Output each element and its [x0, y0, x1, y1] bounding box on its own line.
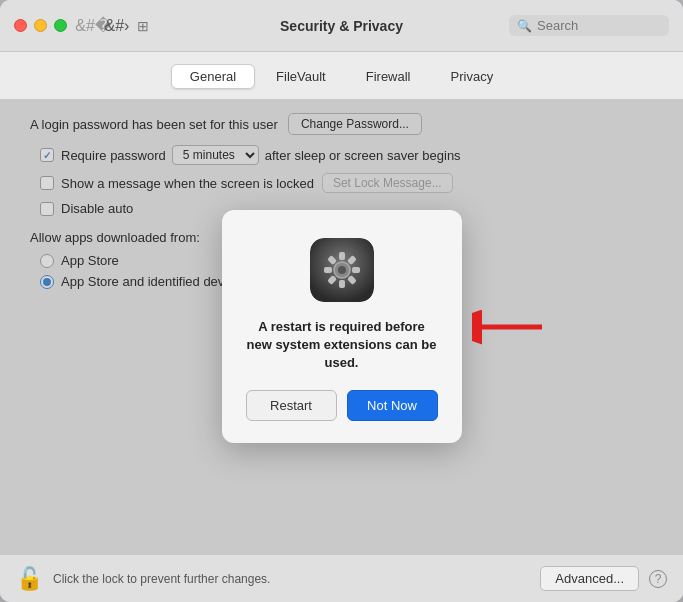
content-area: A login password has been set for this u…	[0, 99, 683, 554]
svg-point-2	[338, 266, 346, 274]
tabbar: General FileVault Firewall Privacy	[0, 52, 683, 99]
back-arrow[interactable]: &#�	[83, 16, 103, 36]
restart-button[interactable]: Restart	[246, 390, 337, 421]
forward-arrow[interactable]: &#›	[107, 16, 127, 36]
footer: 🔓 Click the lock to prevent further chan…	[0, 554, 683, 602]
traffic-lights	[14, 19, 67, 32]
advanced-button[interactable]: Advanced...	[540, 566, 639, 591]
lock-icon[interactable]: 🔓	[16, 566, 43, 592]
red-arrow	[472, 309, 552, 345]
modal-buttons: Restart Not Now	[246, 390, 438, 421]
tab-filevault[interactable]: FileVault	[257, 64, 345, 89]
main-window: &#� &#› ⊞ Security & Privacy 🔍 General F…	[0, 0, 683, 602]
titlebar: &#� &#› ⊞ Security & Privacy 🔍	[0, 0, 683, 52]
modal-overlay: A restart is required before new system …	[0, 99, 683, 554]
not-now-button[interactable]: Not Now	[347, 390, 438, 421]
footer-lock-text: Click the lock to prevent further change…	[53, 572, 540, 586]
maximize-button[interactable]	[54, 19, 67, 32]
system-preferences-icon	[310, 238, 374, 302]
nav-arrows: &#� &#›	[83, 16, 127, 36]
modal-wrapper: A restart is required before new system …	[222, 210, 462, 444]
search-icon: 🔍	[517, 19, 532, 33]
search-box[interactable]: 🔍	[509, 15, 669, 36]
svg-rect-3	[339, 252, 345, 260]
restart-modal: A restart is required before new system …	[222, 210, 462, 444]
grid-icon[interactable]: ⊞	[137, 18, 149, 34]
tab-firewall[interactable]: Firewall	[347, 64, 430, 89]
minimize-button[interactable]	[34, 19, 47, 32]
close-button[interactable]	[14, 19, 27, 32]
svg-rect-7	[339, 280, 345, 288]
window-title: Security & Privacy	[280, 18, 403, 34]
tab-general[interactable]: General	[171, 64, 255, 89]
help-button[interactable]: ?	[649, 570, 667, 588]
search-input[interactable]	[537, 18, 661, 33]
tab-privacy[interactable]: Privacy	[432, 64, 513, 89]
modal-message: A restart is required before new system …	[246, 318, 438, 373]
svg-rect-5	[352, 267, 360, 273]
svg-rect-9	[324, 267, 332, 273]
